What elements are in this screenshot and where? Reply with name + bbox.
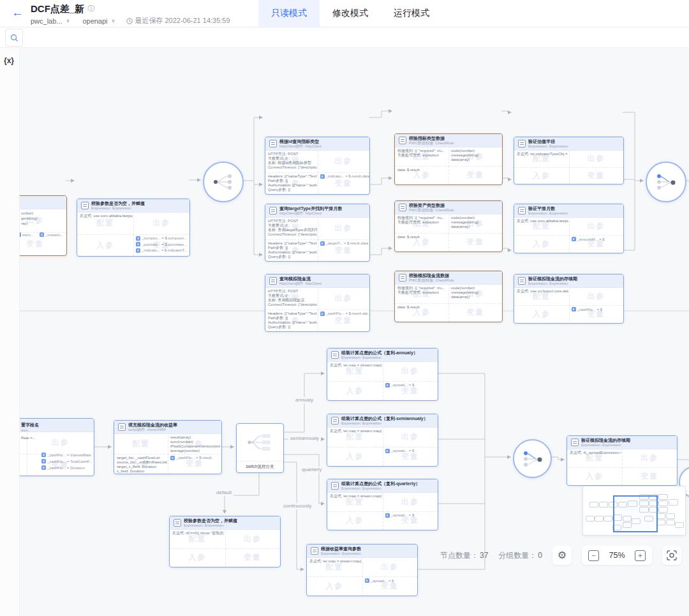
zoom-out-button[interactable]: − — [588, 550, 599, 561]
merge-node[interactable] — [646, 162, 686, 202]
chevron-down-icon[interactable]: ∨ — [66, 18, 70, 24]
node-config-line: ConnectTimeout: {"description"... — [268, 232, 317, 237]
flow-node-query-targettype-smooth[interactable]: 查询targetType并找到平滑月数httpClient插件: httpCli… — [265, 204, 370, 262]
zoom-controls: − 75% + — [582, 546, 652, 565]
node-config-line: 名称: 根据id查询指标类型 — [268, 161, 317, 165]
node-fragment: x_investm... — [40, 232, 64, 239]
node-title: 验证估值半径 — [528, 139, 568, 144]
node-config-line: source_list: _enDBInRateListOrd... — [117, 460, 167, 465]
node-config-line: 表达式: use com.alibaba.fastjson... — [80, 214, 133, 218]
variable-chip-icon: x — [136, 248, 140, 253]
info-icon[interactable]: ⓘ — [87, 4, 94, 12]
tab-edit-mode[interactable]: 修改模式 — [320, 0, 381, 27]
minimap-node — [656, 513, 665, 519]
minimap-node — [658, 500, 668, 506]
variable-chip-icon: x — [136, 242, 140, 246]
flow-node-formula-annualy[interactable]: 组装计算点差的公式（复利-annualy）Expression: Express… — [327, 348, 438, 401]
minimap-viewport[interactable] — [613, 495, 658, 532]
split-node[interactable] — [203, 162, 244, 202]
quadrant-watermark: 出参 — [569, 221, 624, 232]
quadrant-watermark: 配置 — [77, 218, 133, 229]
variables-icon[interactable]: {x} — [4, 56, 14, 65]
variable-tag: _cashFlo... = InterestRate — [47, 453, 91, 457]
quadrant-watermark: 配置 — [114, 438, 168, 449]
quadrant-watermark: 出参 — [318, 156, 370, 167]
node-config-line: average(number) — [170, 449, 221, 453]
node-config-line: message(string) — [451, 290, 501, 295]
search-button[interactable] — [5, 29, 23, 47]
flow-node-fill-cashflow-yield[interactable]: 填充模拟现金流的收益率script插件: interpXIRR配置出参resul… — [114, 420, 222, 474]
node-config-line: 表达式: if(_spreadExpression == ... — [570, 451, 621, 455]
env-select[interactable]: openapi — [82, 17, 107, 25]
node-fragment: ray) — [21, 222, 27, 225]
quadrant-watermark: 入参 — [327, 515, 383, 526]
flow-node-check-sim-cashflow-data[interactable]: 校验模拟现金流数据PWC数据校验: CheckRule配置校验规则: [{ "r… — [394, 271, 503, 322]
quadrant-watermark: 入参 — [514, 170, 569, 181]
search-icon — [10, 34, 19, 42]
back-icon[interactable]: ← — [11, 6, 24, 19]
node-title: 验证模拟现金流的存续期 — [581, 437, 630, 443]
variable-tag: estm... — [22, 233, 34, 237]
variable-tag: _indicato... = $.result.data — [326, 174, 370, 178]
zoom-in-button[interactable]: + — [635, 550, 646, 561]
variable-chip-icon: x — [385, 449, 390, 453]
node-subtitle: PWC数据校验: CheckRule — [409, 208, 454, 213]
variable-chip-icon: x — [41, 465, 46, 470]
node-type-icon — [399, 204, 406, 211]
flow-node-formula-quarterly[interactable]: 组装计算点差的公式（复利-quarterly）Expression: Expre… — [327, 479, 438, 530]
node-config-line: HTTP方法: POST — [268, 152, 317, 156]
variable-tag: _smoothM... = $ — [577, 237, 605, 241]
variable-chip-icon: x — [365, 578, 369, 583]
minimap-node — [675, 522, 684, 528]
quadrant-watermark: 变量 — [448, 170, 502, 181]
merge-node[interactable] — [513, 439, 552, 478]
node-subtitle: Expression: Expression — [184, 523, 237, 528]
node-config-line: code(number) — [451, 286, 501, 290]
node-config-line: ConnectTimeout: {"description"... — [268, 165, 317, 170]
variable-tag: _cashFlo... = $ — [577, 308, 603, 312]
variable-tag: _indicato... = $.indicatorT... — [142, 248, 188, 252]
tab-run-mode[interactable]: 运行模式 — [381, 0, 442, 27]
flow-node-check-params-assign[interactable]: 校验参数是否为空，并赋值Expression: Expression配置表达式:… — [77, 199, 190, 257]
minimap-node — [586, 516, 595, 522]
variable-tag: _targetT... = $.result.data — [326, 241, 369, 245]
merge-icon — [522, 451, 544, 467]
node-type-icon — [518, 140, 526, 147]
minimap-node — [656, 520, 665, 525]
flow-node-verify-cashflow-duration-bottom[interactable]: 验证模拟现金流的存续期Expression: Expression配置表达式: … — [567, 435, 678, 486]
node-title: 验证平滑月数 — [528, 206, 568, 211]
flow-node-query-indicator-type[interactable]: 根据id查询指标类型httpClient插件: httpClient配置HTTP… — [265, 137, 370, 195]
node-subtitle: Expression: Expression — [341, 421, 428, 426]
chevron-down-icon[interactable]: ∨ — [112, 18, 115, 24]
project-select[interactable]: pwc_lab... — [31, 17, 63, 25]
flow-node-check-asset-type-data[interactable]: 校验资产类型数据PWC数据校验: CheckRule配置校验规则: [{ "re… — [394, 200, 503, 252]
node-config-line: 表达式: if(!==0){ throw "获取的... — [172, 531, 225, 536]
flow-node-check-params-assign-2[interactable]: 校验参数是否为空，并赋值Expression: Expression配置表达式:… — [169, 516, 281, 567]
flow-node-switch-branch[interactable]: switch流程分支 — [236, 423, 284, 473]
minimap[interactable] — [582, 486, 686, 536]
node-type-icon — [399, 274, 406, 282]
node-fragment: Rate =... — [21, 436, 36, 440]
fit-view-button[interactable] — [662, 546, 681, 565]
flow-node-query-sim-cashflow[interactable]: 查询模拟现金流httpClient插件: httpClient配置HTTP方法:… — [265, 274, 370, 332]
settings-button[interactable]: ⚙ — [552, 546, 572, 565]
quadrant-watermark: 出参 — [569, 153, 624, 164]
flow-node-verify-valuation-radius[interactable]: 验证估值半径Expression: Expression配置表达式: let i… — [514, 137, 624, 184]
flow-node-check-indicator-type-data[interactable]: 校验指标类型数据PWC数据校验: CheckRule配置校验规则: [{ "re… — [394, 133, 503, 185]
flow-node-formula-semiannualy[interactable]: 组装计算点差的公式（复利-semiannualy）Expression: Exp… — [327, 414, 438, 467]
tab-readonly-mode[interactable]: 只读模式 — [258, 0, 320, 27]
node-type-icon — [331, 417, 339, 424]
edge-label-default: default — [214, 490, 233, 496]
flow-node-verify-cashflow-duration-top[interactable]: 验证模拟现金流的存续期Expression: Expression配置表达式: … — [514, 274, 624, 324]
node-type-icon — [331, 351, 339, 359]
node-config-line: 表达式: let map = stream.map()... — [309, 559, 362, 564]
node-config-line: 失败重试: 0 — [268, 294, 317, 298]
quadrant-watermark: 出参 — [622, 453, 677, 463]
variable-tag: _investm... — [45, 233, 64, 237]
flow-node-query-params-by-yield[interactable]: 根据收益率查询参数Expression: Expression配置表达式: le… — [306, 544, 418, 596]
minimap-node — [599, 502, 608, 507]
node-config-line: Authorization: [{"name":"authTyp... — [268, 320, 317, 325]
flow-node-verify-smooth-months[interactable]: 验证平滑月数Expression: Expression配置表达式: use c… — [514, 204, 624, 253]
variable-chip-icon: x — [320, 241, 325, 246]
variable-tag: _compou... = $.compoun... — [142, 236, 187, 240]
